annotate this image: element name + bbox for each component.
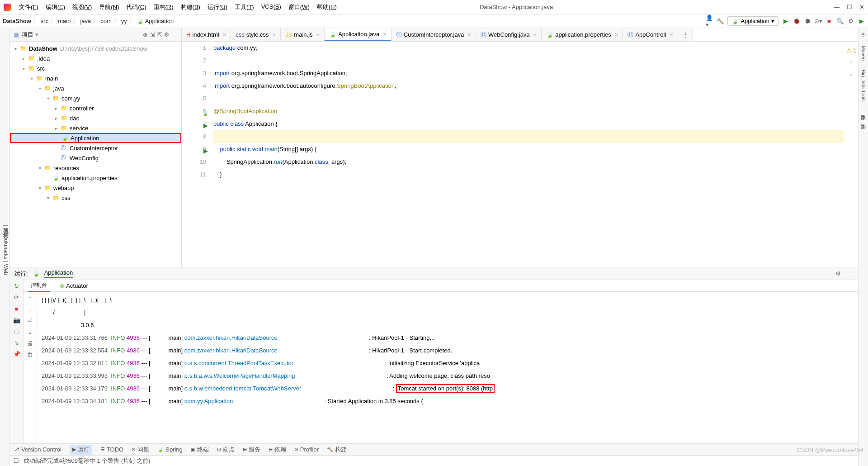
bottom-tab[interactable]: ☰ TODO [100,446,123,453]
bottom-tab[interactable]: ▶ 运行 [70,445,92,455]
breadcrumb-item[interactable]: com [100,18,112,24]
editor-tab[interactable]: cssstyle.css× [231,28,281,41]
up-icon[interactable]: ↑ [28,295,32,301]
stop-icon[interactable]: ■ [826,18,833,25]
close-tab-icon[interactable]: × [533,31,537,38]
run-settings-icon[interactable]: ⚙ [835,270,842,277]
layout-icon[interactable]: ⬚ [14,328,19,335]
editor-tab[interactable]: ⒸWebConfig.java× [476,28,542,41]
menu-item[interactable]: 工具(T) [232,2,257,12]
bottom-tab[interactable]: ⊙ Profiler [294,446,319,453]
menu-item[interactable]: 编辑(E) [43,2,68,12]
pin-icon[interactable]: 📌 [13,351,20,357]
close-tab-icon[interactable]: × [615,31,618,38]
menu-item[interactable]: 运行(U) [205,2,230,12]
tree-row[interactable]: ▸📁dao [10,113,181,123]
user-icon[interactable]: 👤▾ [706,18,713,25]
menu-item[interactable]: 导航(N) [96,2,122,12]
menu-item[interactable]: 帮助(H) [314,2,340,12]
close-tab-icon[interactable]: × [467,31,471,38]
breadcrumb-item[interactable]: main [58,18,71,24]
left-tool-stripe[interactable]: 项目 | 结构 | Bookmarks | Web [0,28,10,466]
run-hide-icon[interactable]: — [846,270,854,277]
build-icon[interactable]: 🔨 [717,18,724,25]
bottom-tab[interactable]: 🍃 Spring [157,446,183,453]
tree-row[interactable]: ▾📁DataShowD:\rtsy\bysj\7738-code\DataSho… [10,43,181,53]
hide-icon[interactable]: — [170,31,178,38]
wrap-icon[interactable]: ⏎ [28,317,33,324]
bottom-tab[interactable]: ⊘ 问题 [132,446,149,454]
tree-row[interactable]: ▾📁main [10,73,181,83]
bottom-tab[interactable]: ⊞ 服务 [243,446,260,454]
run-tab-label[interactable]: Application [44,269,73,278]
tree-row[interactable]: ▾📁src [10,63,181,73]
gutter[interactable]: 123456🍃7▶89▶1011 [182,42,213,267]
menu-item[interactable]: 构建(B) [178,2,203,12]
collapse-icon[interactable]: ⇱ [156,31,163,38]
more-tabs-icon[interactable]: ⋮ [678,28,693,41]
breadcrumb-item[interactable]: java [80,18,91,24]
stop-run-icon[interactable]: ■ [15,305,19,312]
gear-icon[interactable]: ⚙ [163,31,170,38]
menu-item[interactable]: 窗口(W) [286,2,312,12]
down-icon[interactable]: ↓ [28,306,32,313]
maximize-icon[interactable]: ☐ [847,4,852,10]
coverage-icon[interactable]: ⬢ [804,18,811,25]
tree-row[interactable]: ▾📁webapp [10,183,181,193]
minimize-icon[interactable]: — [834,4,840,10]
tree-row[interactable]: 🍃Application [10,133,181,143]
bottom-tab[interactable]: ⊡ 端点 [217,446,235,454]
close-tab-icon[interactable]: × [670,31,673,38]
rerun-icon[interactable]: ↻ [14,283,19,290]
console-output[interactable]: | | | |\/ |_)(_ | | |_\ |_)| |_|_\ / | 3… [37,292,858,443]
scroll-icon[interactable]: ⤓ [28,328,33,335]
run-icon[interactable]: ▶ [782,18,789,25]
warning-badge[interactable]: ⚠ 1 [846,47,857,54]
locate-icon[interactable]: ⊕ [142,31,149,38]
nav-up-icon[interactable]: ˄ [844,58,858,71]
editor-body[interactable]: 123456🍃7▶89▶1011 package com.yy; import … [182,42,858,267]
tree-row[interactable]: ⒸCustomInterceptor [10,143,181,153]
print-icon[interactable]: 🖨 [27,340,33,347]
tree-row[interactable]: ▸📁.idea [10,53,181,63]
tree-row[interactable]: ▾📁resources [10,163,181,173]
clear-icon[interactable]: 🗑 [27,351,33,358]
breadcrumb-item[interactable]: 🍃 Application [137,18,174,24]
menu-item[interactable]: 代码(C) [123,2,149,12]
console-tab[interactable]: 控制台 [28,280,50,292]
settings-icon[interactable]: ⚙ [847,18,854,25]
actuator-tab[interactable]: ⊚ Actuator [57,281,91,291]
menu-item[interactable]: VCS(S) [259,2,284,12]
editor-tab[interactable]: JSmain.js× [281,28,325,41]
tree-row[interactable]: ▾📁java [10,83,181,93]
editor-tab[interactable]: ⒸCustomInterceptor.java× [392,28,476,41]
dump-icon[interactable]: 📷 [13,317,20,323]
tree-row[interactable]: ▸📁service [10,123,181,133]
menu-item[interactable]: 文件(F) [16,2,41,12]
bottom-tab[interactable]: 🔨 构建 [327,446,347,454]
breadcrumb[interactable]: DataShow〉src〉main〉java〉com〉yy〉🍃 Applicat… [3,17,174,25]
debug-icon[interactable]: 🐞 [793,18,800,25]
run-config-selector[interactable]: 🍃 Application ▾ [727,16,778,26]
breadcrumb-item[interactable]: DataShow [3,18,31,24]
editor-tab[interactable]: 🍃Application.java× [325,28,392,41]
editor-tab[interactable]: 🍃application.properties× [542,28,623,41]
bottom-tab[interactable]: ⎇ Version Control [14,446,61,453]
bottom-tab[interactable]: ⊟ 依赖 [269,446,286,454]
close-tab-icon[interactable]: × [273,31,276,38]
project-tree[interactable]: ▾📁DataShowD:\rtsy\bysj\7738-code\DataSho… [10,42,181,267]
menu-item[interactable]: 重构(R) [151,2,176,12]
close-icon[interactable]: ✕ [859,4,864,10]
breadcrumb-item[interactable]: src [41,18,48,24]
run-anything-icon[interactable]: ▶ [858,18,865,25]
tree-row[interactable]: ▸📁controller [10,103,181,113]
editor-tab[interactable]: ⒸAppControll× [623,28,678,41]
right-tool-stripe[interactable]: m Maven Big Data Tools 数据库 添加 [858,28,868,466]
breadcrumb-item[interactable]: yy [121,18,127,24]
code-area[interactable]: package com.yy; import org.springframewo… [213,42,844,267]
tree-row[interactable]: ▾📁com.yy [10,93,181,103]
editor-tab[interactable]: Hindex.html× [182,28,231,41]
tree-row[interactable]: ▾📁css [10,193,181,203]
tree-row[interactable]: ⒸWebConfig [10,153,181,163]
rerun-failed-icon[interactable]: ⟳ [14,294,19,301]
